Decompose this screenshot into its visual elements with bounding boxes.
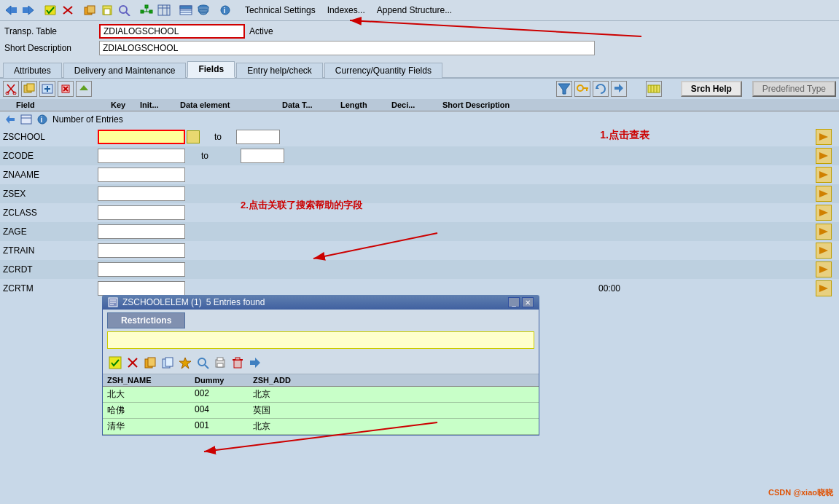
forward-icon[interactable] bbox=[20, 2, 36, 18]
filter-icon[interactable] bbox=[556, 81, 572, 97]
technical-settings-menu[interactable]: Technical Settings bbox=[241, 4, 320, 17]
table-icon[interactable] bbox=[156, 2, 172, 18]
svg-rect-35 bbox=[27, 84, 34, 91]
srch-help-button[interactable]: Srch Help bbox=[681, 81, 742, 97]
dialog-cell-zsh-add-1: 英国 bbox=[253, 404, 326, 417]
copy-icon[interactable] bbox=[82, 2, 98, 18]
delete-icon[interactable] bbox=[58, 81, 74, 97]
zage-nav-icon[interactable] bbox=[816, 224, 832, 240]
info-icon[interactable]: i bbox=[217, 2, 233, 18]
dialog-cell-dummy-2: 001 bbox=[195, 420, 253, 433]
svg-line-12 bbox=[126, 12, 130, 16]
znaame-input[interactable] bbox=[98, 168, 185, 182]
short-desc-label: Short Description bbox=[4, 43, 99, 53]
dialog-col-zsh-name: ZSH_NAME bbox=[107, 376, 195, 385]
dialog-search-icon[interactable] bbox=[195, 355, 211, 371]
transp-table-label: Transp. Table bbox=[4, 26, 99, 36]
append-structure-menu[interactable]: Append Structure... bbox=[372, 4, 456, 17]
dialog-check-icon[interactable] bbox=[107, 355, 123, 371]
find-icon[interactable] bbox=[117, 2, 133, 18]
col-length: Length bbox=[340, 101, 391, 109]
transp-table-row: Transp. Table Active bbox=[4, 24, 835, 39]
dialog-copy-icon[interactable] bbox=[142, 355, 158, 371]
svg-marker-65 bbox=[819, 266, 828, 273]
ztrain-nav-icon[interactable] bbox=[816, 243, 832, 259]
zsex-nav-icon[interactable] bbox=[816, 186, 832, 202]
dialog-x-icon[interactable] bbox=[125, 355, 141, 371]
key-icon[interactable] bbox=[574, 81, 590, 97]
dialog-print-icon[interactable] bbox=[212, 355, 228, 371]
indexes-menu[interactable]: Indexes... bbox=[323, 4, 370, 17]
zschool-copy-icon[interactable] bbox=[187, 130, 200, 143]
svg-rect-10 bbox=[104, 9, 110, 15]
dialog-cell-zsh-name-2: 清华 bbox=[107, 420, 195, 433]
dialog-star-icon[interactable] bbox=[177, 355, 193, 371]
zage-input[interactable] bbox=[98, 224, 185, 239]
dialog-tab-restrictions[interactable]: Restrictions bbox=[107, 312, 185, 328]
page-wrapper: i Technical Settings Indexes... Append S… bbox=[0, 0, 839, 504]
zschool-nav-icon[interactable] bbox=[816, 129, 832, 145]
back-icon[interactable] bbox=[3, 2, 19, 18]
dialog-delete2-icon[interactable] bbox=[230, 355, 246, 371]
data-browser-icon[interactable] bbox=[178, 2, 194, 18]
zcrtm-nav-icon[interactable] bbox=[816, 280, 832, 296]
tab-fields[interactable]: Fields bbox=[187, 61, 235, 78]
znaame-nav-icon[interactable] bbox=[816, 167, 832, 183]
predefined-type-button[interactable]: Predefined Type bbox=[752, 81, 836, 97]
cut-icon[interactable] bbox=[3, 81, 19, 97]
zcode-input[interactable] bbox=[98, 149, 185, 163]
dialog-table-row[interactable]: 哈佛 004 英国 bbox=[103, 403, 539, 419]
transp-table-input[interactable] bbox=[99, 24, 245, 39]
zclass-input[interactable] bbox=[98, 205, 185, 220]
svg-rect-77 bbox=[165, 358, 173, 366]
zcrdt-input[interactable] bbox=[98, 262, 185, 277]
insert-icon[interactable] bbox=[39, 81, 55, 97]
paste-icon[interactable] bbox=[99, 2, 115, 18]
fields-toolbar: Srch Help Predefined Type bbox=[0, 79, 839, 99]
tab-entry-help[interactable]: Entry help/check bbox=[236, 63, 323, 78]
dialog-minimize-button[interactable]: _ bbox=[508, 297, 520, 307]
zcode-nav-icon[interactable] bbox=[816, 148, 832, 164]
to-label-zcode: to bbox=[201, 151, 208, 161]
zschool-input-yellow[interactable] bbox=[98, 130, 185, 144]
table-row: ZCRDT bbox=[0, 260, 839, 279]
svg-marker-43 bbox=[558, 84, 570, 94]
refresh-icon[interactable] bbox=[593, 81, 609, 97]
table-row: ZSCHOOL to bbox=[0, 127, 839, 146]
zcode-to-input[interactable] bbox=[241, 149, 284, 163]
dialog-move2-icon[interactable] bbox=[247, 355, 263, 371]
zsex-input[interactable] bbox=[98, 186, 185, 201]
tab-currency[interactable]: Currency/Quantity Fields bbox=[324, 63, 442, 78]
key2-icon[interactable] bbox=[646, 81, 662, 97]
dialog-paste-icon[interactable] bbox=[160, 355, 176, 371]
zcrdt-nav-icon[interactable] bbox=[816, 261, 832, 277]
tab-attributes[interactable]: Attributes bbox=[3, 63, 62, 78]
dialog-table-row[interactable]: 清华 001 北京 bbox=[103, 419, 539, 435]
svg-rect-71 bbox=[109, 357, 121, 369]
field-label-zschool: ZSCHOOL bbox=[3, 132, 98, 142]
form-area: Transp. Table Active Short Description bbox=[0, 21, 839, 60]
tab-delivery[interactable]: Delivery and Maintenance bbox=[63, 63, 187, 78]
dialog-table-row[interactable]: 北大 002 北京 bbox=[103, 387, 539, 403]
db-icon[interactable] bbox=[195, 2, 211, 18]
field-label-zcrdt: ZCRDT bbox=[3, 264, 98, 275]
col-data-element: Data element bbox=[180, 101, 282, 109]
check-icon[interactable] bbox=[42, 2, 58, 18]
dialog-entries-found: 5 Entries found bbox=[206, 297, 265, 307]
short-desc-input[interactable] bbox=[99, 41, 595, 55]
copy-rows-icon[interactable] bbox=[21, 81, 37, 97]
ztrain-input[interactable] bbox=[98, 243, 185, 258]
move-up-icon[interactable] bbox=[76, 81, 92, 97]
tabs-bar: Attributes Delivery and Maintenance Fiel… bbox=[0, 60, 839, 79]
tree-icon[interactable] bbox=[138, 2, 155, 18]
field-label-zage: ZAGE bbox=[3, 227, 98, 237]
x-icon[interactable] bbox=[60, 2, 76, 18]
svg-text:i: i bbox=[224, 7, 226, 15]
zclass-nav-icon[interactable] bbox=[816, 205, 832, 221]
dialog-close-button[interactable]: ✕ bbox=[522, 297, 534, 307]
zschool-to-input[interactable] bbox=[236, 130, 280, 144]
move-icon[interactable] bbox=[611, 81, 627, 97]
table-row: ZCODE to bbox=[0, 146, 839, 165]
zcrtm-input[interactable] bbox=[98, 281, 185, 296]
dialog-cell-zsh-add-2: 北京 bbox=[253, 420, 326, 433]
